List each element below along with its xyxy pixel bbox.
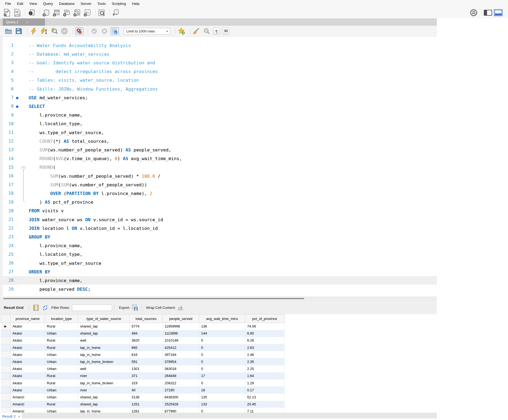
cell-pct_of_province[interactable]: 6.26 [245,337,284,344]
search-table-data-icon[interactable] [97,9,106,17]
cell-people_served[interactable]: 397164 [163,351,199,358]
cell-province_name[interactable]: Amanzi [11,393,45,401]
cell-province_name[interactable]: Akatsi [11,344,45,351]
create-table-icon[interactable] [52,9,61,17]
cell-avg_wait_time_mins[interactable]: 0 [199,379,245,386]
cell-avg_wait_time_mins[interactable]: 17 [199,372,245,379]
cell-pct_of_province[interactable]: 2.35 [245,358,284,365]
wrap-text-icon[interactable] [222,28,229,35]
cell-location_type[interactable]: Rural [45,344,78,351]
cell-people_served[interactable]: 425412 [163,344,199,351]
menu-query[interactable]: Query [40,1,56,7]
cell-type_of_water_source[interactable]: tap_in_home_broken [78,379,130,386]
commit-icon[interactable] [90,27,98,35]
create-function-icon[interactable]: f() [83,9,91,17]
editor-results-splitter[interactable] [0,296,437,301]
save-snippet-icon[interactable] [178,27,186,35]
cell-people_served[interactable]: 1113898 [163,330,199,337]
toggle-output-area-icon[interactable] [494,9,503,17]
cell-total_sources[interactable]: 616 [130,351,163,358]
toggle-sidebar-icon[interactable] [484,9,492,17]
cell-province_name[interactable]: Akatsi [11,358,45,365]
cell-pct_of_province[interactable]: 2.46 [245,351,284,358]
beautify-icon[interactable] [192,27,201,35]
execute-icon[interactable] [30,27,38,35]
menu-server[interactable]: Server [78,1,94,7]
cell-avg_wait_time_mins[interactable]: 0 [199,358,245,365]
splitter-handle[interactable] [3,298,304,299]
cell-pct_of_province[interactable]: 74.06 [245,323,284,330]
tab-close-icon[interactable]: × [26,20,28,24]
toggle-autocommit-icon[interactable] [111,27,119,35]
rollback-icon[interactable] [100,27,109,35]
cell-location_type[interactable]: Rural [45,372,78,379]
cell-pct_of_province[interactable]: 1.29 [245,379,284,386]
table-row[interactable]: AkatsiUrbanwell130136301802.25 [1,365,284,372]
grid-view-icon[interactable] [32,305,40,311]
cell-location_type[interactable]: Rural [45,401,78,408]
cell-location_type[interactable]: Urban [45,358,78,365]
table-row[interactable]: AkatsiUrbanriver4027190160.17 [1,386,284,393]
cell-pct_of_province[interactable]: 6.90 [245,330,284,337]
cell-total_sources[interactable]: 665 [130,344,163,351]
tab-result-2[interactable]: Result 2 × [2,413,22,420]
menu-tools[interactable]: Tools [94,1,109,7]
cell-type_of_water_source[interactable]: river [78,372,130,379]
menu-scripting[interactable]: Scripting [109,1,129,7]
open-script-icon[interactable] [4,27,12,35]
menu-database[interactable]: Database [56,1,78,7]
row-gutter[interactable] [1,386,11,393]
cell-avg_wait_time_mins[interactable]: 136 [199,323,245,330]
cell-pct_of_province[interactable]: 1.64 [245,372,284,379]
menu-edit[interactable]: Edit [14,1,26,7]
row-gutter[interactable] [1,393,11,401]
cell-total_sources[interactable]: 3138 [130,393,163,401]
column-header-avg_wait_time_mins[interactable]: avg_wait_time_mins [199,315,245,323]
cell-province_name[interactable]: Akatsi [11,386,45,393]
cell-avg_wait_time_mins[interactable]: 133 [199,401,245,408]
cell-type_of_water_source[interactable]: tap_in_home_broken [78,358,130,365]
column-header-pct_of_province[interactable]: pct_of_province [245,315,284,323]
row-gutter[interactable] [1,358,11,365]
active-row-indicator[interactable]: ▶ [1,323,11,330]
fold-collapse-icon[interactable]: − [21,165,27,170]
column-header-people_served[interactable]: people_served [163,315,199,323]
cell-type_of_water_source[interactable]: tap_in_home [78,351,130,358]
sql-code-editor[interactable]: 1-- Water Funds Accountability Analysis2… [0,37,437,296]
cell-total_sources[interactable]: 591 [130,358,163,365]
cell-total_sources[interactable]: 3620 [130,337,163,344]
cell-location_type[interactable]: Urban [45,330,78,337]
cell-type_of_water_source[interactable]: well [78,337,130,344]
wrap-cell-content-icon[interactable]: ↕A [177,305,184,311]
explain-icon[interactable] [50,27,58,35]
cell-avg_wait_time_mins[interactable]: 0 [199,337,245,344]
cell-total_sources[interactable]: 319 [130,379,163,386]
cell-people_served[interactable]: 2525428 [163,401,199,408]
cell-province_name[interactable]: Amanzi [11,401,45,408]
column-header-province_name[interactable]: province_name [11,315,45,323]
menu-view[interactable]: View [26,1,40,7]
inspector-icon[interactable]: i [27,9,36,17]
cell-location_type[interactable]: Urban [45,386,78,393]
row-gutter[interactable] [1,344,11,351]
cell-avg_wait_time_mins[interactable]: 0 [199,351,245,358]
find-icon[interactable] [203,27,211,35]
menu-help[interactable]: Help [129,1,142,7]
tab-close-icon[interactable]: × [18,414,20,419]
save-script-icon[interactable] [15,27,23,35]
cell-province_name[interactable]: Akatsi [11,379,45,386]
cell-pct_of_province[interactable]: 0.17 [245,386,284,393]
cell-location_type[interactable]: Urban [45,365,78,372]
cell-location_type[interactable]: Rural [45,337,78,344]
menu-file[interactable]: File [2,1,14,7]
create-procedure-icon[interactable] [73,9,81,17]
table-row[interactable]: AkatsiRuraltap_in_home_broken31920832201… [1,379,284,386]
cell-province_name[interactable]: Akatsi [11,337,45,344]
filter-rows-input[interactable] [72,305,112,311]
cell-province_name[interactable]: Akatsi [11,372,45,379]
cell-avg_wait_time_mins[interactable]: 0 [199,365,245,372]
table-row[interactable]: AmanziUrbanshared_tap3138643630013552.13 [1,393,284,401]
row-gutter[interactable] [1,351,11,358]
table-row[interactable]: AkatsiRuralwell3620101014606.26 [1,337,284,344]
table-row[interactable]: AkatsiUrbantap_in_home61639716402.46 [1,351,284,358]
